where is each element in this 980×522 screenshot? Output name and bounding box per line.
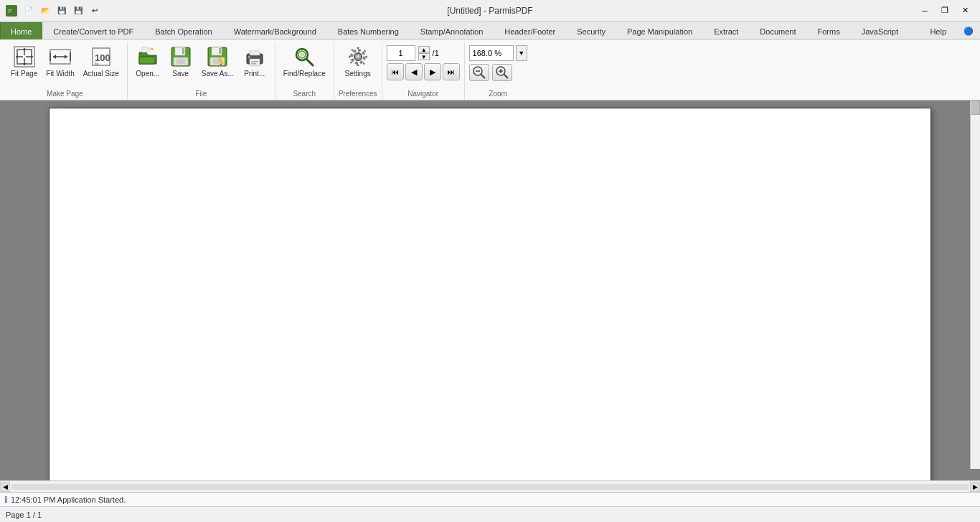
- find-replace-btn[interactable]: Find/Replace: [280, 42, 329, 80]
- quick-access-toolbar: 📄 📂 💾 💾 ↩: [22, 4, 102, 18]
- tab-javascript[interactable]: JavaScript: [851, 22, 909, 39]
- tab-create[interactable]: Create/Convert to PDF: [42, 22, 144, 39]
- print-label: Print...: [244, 70, 265, 78]
- group-preferences: Settings Preferences: [334, 42, 382, 100]
- svg-rect-36: [250, 51, 260, 55]
- svg-line-43: [306, 59, 313, 65]
- fit-width-button[interactable]: Fit Width: [42, 42, 77, 80]
- save-button-tb[interactable]: 💾: [55, 4, 69, 18]
- tab-security[interactable]: Security: [566, 22, 616, 39]
- nav-first-btn[interactable]: ⏮: [387, 63, 404, 80]
- hscroll-right-btn[interactable]: ▶: [970, 482, 980, 492]
- settings-btn[interactable]: Settings: [341, 42, 374, 80]
- actual-size-button[interactable]: 100 % Actual Size: [80, 42, 123, 80]
- nav-btns: ⏮ ◀ ▶ ⏭: [387, 63, 460, 80]
- horizontal-scrollbar-area: ◀ ▶: [0, 480, 980, 492]
- svg-line-53: [504, 75, 508, 79]
- help-icon-button[interactable]: 🔵: [957, 22, 980, 39]
- svg-rect-27: [176, 59, 185, 64]
- group-make-page: Fit Page Fit Width: [3, 42, 128, 100]
- pdf-page: [49, 108, 930, 480]
- zoom-input[interactable]: [469, 45, 514, 61]
- tab-help[interactable]: Help: [919, 22, 957, 39]
- nav-next-btn[interactable]: ▶: [424, 63, 441, 80]
- file-items: Open... Save: [132, 42, 270, 88]
- window-title: [Untitled] - ParmisPDF: [447, 6, 532, 16]
- restore-button[interactable]: ❐: [936, 4, 954, 18]
- make-page-group-label: Make Page: [7, 88, 123, 100]
- print-btn[interactable]: Print...: [239, 42, 270, 80]
- save-as-button-tb[interactable]: 💾: [71, 4, 85, 18]
- svg-rect-39: [251, 61, 258, 62]
- search-items: Find/Replace: [280, 42, 329, 88]
- svg-point-44: [300, 52, 304, 57]
- actual-size-icon: 100 %: [90, 45, 113, 68]
- tab-home[interactable]: Home: [0, 22, 42, 39]
- page-input[interactable]: [387, 45, 415, 61]
- canvas-container[interactable]: [0, 101, 980, 480]
- tab-extract[interactable]: Extract: [703, 22, 749, 39]
- new-button[interactable]: 📄: [22, 4, 36, 18]
- tab-watermark[interactable]: Watermark/Background: [223, 22, 327, 39]
- page-down-arrow[interactable]: ▼: [418, 53, 430, 60]
- open-icon: [136, 45, 159, 68]
- find-replace-icon: [293, 45, 316, 68]
- status-icon: ℹ: [4, 495, 8, 505]
- settings-label: Settings: [345, 70, 371, 78]
- status-bar: ℹ 12:45:01 PM Application Started.: [0, 492, 980, 506]
- fit-width-label: Fit Width: [46, 70, 74, 78]
- tab-batch[interactable]: Batch Operation: [144, 22, 223, 39]
- undo-button[interactable]: ↩: [88, 4, 102, 18]
- nav-last-btn[interactable]: ⏭: [443, 63, 460, 80]
- open-btn[interactable]: Open...: [132, 42, 164, 80]
- zoom-btns: [469, 64, 527, 81]
- nav-prev-btn[interactable]: ◀: [405, 63, 423, 80]
- zoom-dropdown-btn[interactable]: ▼: [516, 45, 527, 61]
- zoom-out-btn[interactable]: [469, 64, 489, 81]
- group-search: Find/Replace Search: [275, 42, 334, 100]
- title-bar: P 📄 📂 💾 💾 ↩ [Untitled] - ParmisPDF ─ ❐ ✕: [0, 0, 980, 22]
- tab-document[interactable]: Document: [749, 22, 806, 39]
- page-arrows: ▲ ▼: [418, 46, 430, 60]
- hscroll-left-btn[interactable]: ◀: [0, 482, 10, 492]
- scrollbar-thumb[interactable]: [971, 101, 980, 115]
- close-button[interactable]: ✕: [956, 4, 974, 18]
- preferences-group-label: Preferences: [339, 88, 377, 100]
- page-info: Page 1 / 1: [6, 511, 42, 519]
- minimize-button[interactable]: ─: [915, 4, 934, 18]
- tab-stamp[interactable]: Stamp/Annotation: [410, 22, 494, 39]
- settings-icon: [347, 45, 369, 68]
- tab-forms[interactable]: Forms: [807, 22, 851, 39]
- vertical-scrollbar[interactable]: [970, 101, 980, 469]
- svg-text:P: P: [9, 9, 12, 14]
- print-icon: [243, 45, 266, 68]
- status-message: 12:45:01 PM Application Started.: [11, 495, 126, 504]
- svg-rect-38: [248, 56, 250, 58]
- tab-header[interactable]: Header/Footer: [494, 22, 566, 39]
- save-btn[interactable]: Save: [165, 42, 197, 80]
- fit-page-button[interactable]: Fit Page: [7, 42, 41, 80]
- zoom-group-label: Zoom: [469, 88, 527, 100]
- tab-bates[interactable]: Bates Numbering: [327, 22, 410, 39]
- bottom-bar: Page 1 / 1: [0, 506, 980, 522]
- preferences-items: Settings: [341, 42, 374, 88]
- save-as-btn[interactable]: Save As...: [198, 42, 237, 80]
- page-up-arrow[interactable]: ▲: [418, 46, 430, 53]
- open-button[interactable]: 📂: [38, 4, 52, 18]
- fit-page-label: Fit Page: [11, 70, 37, 78]
- save-icon: [169, 45, 192, 68]
- svg-rect-40: [251, 63, 256, 65]
- svg-text:%: %: [95, 62, 99, 66]
- navigator-group-label: Navigator: [387, 88, 460, 100]
- zoom-in-btn[interactable]: [492, 64, 512, 81]
- make-page-items: Fit Page Fit Width: [7, 42, 123, 88]
- save-label: Save: [172, 70, 189, 78]
- hscroll-track[interactable]: [11, 484, 969, 490]
- svg-rect-30: [219, 48, 221, 54]
- find-replace-label: Find/Replace: [283, 70, 326, 78]
- ribbon-content: Fit Page Fit Width: [0, 39, 980, 100]
- svg-rect-37: [250, 59, 260, 66]
- ribbon-tab-bar: Home Create/Convert to PDF Batch Operati…: [0, 22, 980, 39]
- tab-page-manip[interactable]: Page Manipulation: [616, 22, 703, 39]
- main-area: ◀ ▶: [0, 101, 980, 492]
